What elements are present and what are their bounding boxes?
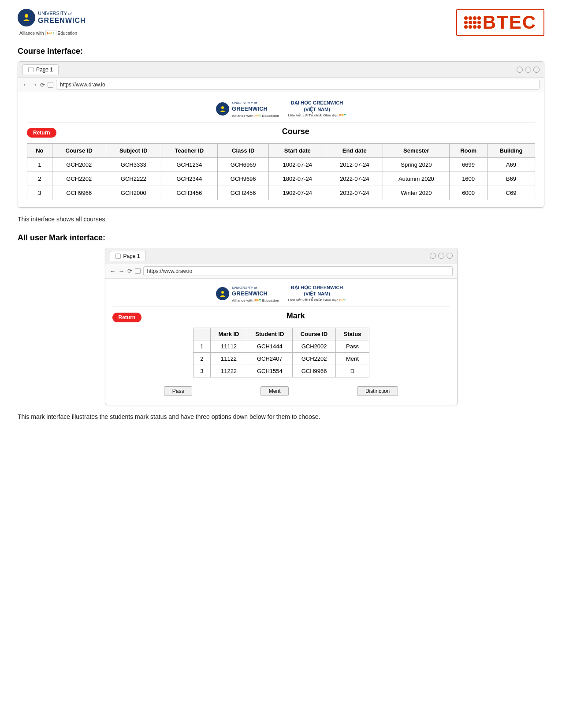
mark-inner-header: UNIVERSITY of GREENWICH Alliance with FP…: [112, 284, 450, 307]
table-cell: GCH6969: [217, 157, 269, 172]
mark-browser-mockup: Page 1 ← → ⟳ https://www.draw.io: [105, 248, 458, 406]
education-label: Education: [58, 31, 77, 36]
table-cell: A69: [487, 157, 535, 172]
table-cell: 1002-07-24: [269, 157, 326, 172]
mark-col-header: Mark ID: [211, 328, 247, 340]
greenwich-label: GREENWICH: [38, 16, 86, 25]
forward-arrow-icon[interactable]: →: [31, 81, 37, 88]
mark-filter-button[interactable]: Pass: [164, 386, 193, 396]
window-control-icon[interactable]: [430, 253, 436, 259]
mark-browser-tab[interactable]: Page 1: [110, 251, 146, 261]
mark-col-header: Course ID: [292, 328, 336, 340]
course-tab-label: Page 1: [36, 67, 53, 73]
table-cell: Winter 2020: [383, 186, 450, 200]
uni-text-block: UNIVERSITY of GREENWICH: [38, 11, 86, 25]
alliance-block: Alliance with F P T Education: [19, 30, 86, 36]
browser-window-controls: [430, 253, 453, 259]
fpt-t: T: [52, 31, 55, 35]
btec-logo: BTEC: [456, 9, 544, 36]
table-cell: 1802-07-24: [269, 172, 326, 186]
course-return-button[interactable]: Return: [27, 128, 56, 138]
course-address-bar[interactable]: https://www.draw.io: [56, 80, 540, 90]
window-control-icon[interactable]: [447, 253, 453, 259]
back-arrow-icon[interactable]: ←: [22, 81, 29, 88]
mark-table: Mark IDStudent IDCourse IDStatus 111112G…: [193, 328, 369, 377]
table-cell: GCH2456: [217, 186, 269, 200]
table-row: 211122GCH2407GCH2202Merit: [193, 353, 369, 365]
course-col-header: Room: [450, 143, 488, 157]
table-cell: C69: [487, 186, 535, 200]
inner-uni-text: UNIVERSITY of GREENWICH Alliance with FP…: [232, 99, 279, 119]
course-page-content: UNIVERSITY of GREENWICH Alliance with FP…: [18, 92, 544, 207]
table-cell: D: [336, 365, 369, 377]
course-page-title: Course: [56, 127, 535, 136]
window-control-icon[interactable]: [533, 67, 540, 73]
inner-vn-alliance-mark: Liên kết với Tổ chức Giáo dục FPT: [288, 298, 346, 302]
table-cell: 1902-07-24: [269, 186, 326, 200]
table-cell: GCH9966: [52, 186, 106, 200]
mark-browser-title-bar: Page 1: [105, 248, 457, 264]
course-col-header: Course ID: [52, 143, 106, 157]
course-col-header: Class ID: [217, 143, 269, 157]
table-cell: GCH3456: [161, 186, 217, 200]
table-row: 3GCH9966GCH2000GCH3456GCH24561902-07-242…: [27, 186, 535, 200]
table-cell: GCH1234: [161, 157, 217, 172]
mark-tab-label: Page 1: [123, 253, 140, 259]
table-cell: GCH9966: [292, 365, 336, 377]
inner-fpt-badge: FPT: [254, 114, 261, 118]
mark-filter-button[interactable]: Distinction: [357, 386, 398, 396]
inner-vn-text-mark: ĐẠI HỌC GREENWICH: [288, 284, 346, 291]
table-cell: Autumm 2020: [383, 172, 450, 186]
table-cell: Spring 2020: [383, 157, 450, 172]
svg-point-1: [221, 106, 224, 109]
mark-browser-nav-bar: ← → ⟳ https://www.draw.io: [105, 264, 457, 279]
table-cell: GCH9696: [217, 172, 269, 186]
table-cell: GCH2002: [292, 340, 336, 353]
table-cell: GCH2202: [292, 353, 336, 365]
table-cell: GCH2222: [106, 172, 161, 186]
table-cell: GCH1444: [247, 340, 293, 353]
mark-col-header: Status: [336, 328, 369, 340]
course-col-header: Subject ID: [106, 143, 161, 157]
page-header: UNIVERSITY of GREENWICH Alliance with F …: [18, 9, 544, 36]
window-control-icon[interactable]: [438, 253, 444, 259]
window-control-icon[interactable]: [525, 67, 531, 73]
browser-window-controls: [517, 67, 540, 73]
table-cell: Merit: [336, 353, 369, 365]
refresh-icon[interactable]: ⟳: [40, 82, 45, 88]
course-browser-tab[interactable]: Page 1: [22, 64, 59, 75]
table-row: 1GCH2002GCH3333GCH1234GCH69691002-07-242…: [27, 157, 535, 172]
inner-vn-subtitle-mark: (VIỆT NAM): [288, 291, 346, 297]
table-cell: GCH2202: [52, 172, 106, 186]
window-control-icon[interactable]: [517, 67, 523, 73]
tab-icon: [115, 254, 121, 259]
forward-arrow-icon[interactable]: →: [119, 268, 125, 275]
course-browser-title-bar: Page 1: [18, 62, 544, 78]
mark-return-button[interactable]: Return: [112, 313, 142, 322]
table-cell: Pass: [336, 340, 369, 353]
table-cell: 11122: [211, 353, 247, 365]
table-cell: 3: [27, 186, 52, 200]
inner-fpt-badge-mark: FPT: [254, 299, 261, 303]
back-arrow-icon[interactable]: ←: [110, 268, 116, 275]
refresh-icon[interactable]: ⟳: [127, 268, 132, 274]
course-browser-nav-bar: ← → ⟳ https://www.draw.io: [18, 78, 544, 92]
table-cell: 1: [27, 157, 52, 172]
table-cell: GCH2002: [52, 157, 106, 172]
inner-alliance-label: Alliance with FPT Education: [232, 114, 279, 118]
course-inner-header: UNIVERSITY of GREENWICH Alliance with FP…: [27, 99, 535, 123]
course-section-heading: Course interface:: [18, 47, 544, 56]
inner-crest-icon-mark: [216, 287, 229, 300]
table-cell: 2022-07-24: [326, 172, 383, 186]
mark-filter-button[interactable]: Merit: [261, 386, 289, 396]
svg-point-2: [221, 291, 224, 294]
mark-table-body: 111112GCH1444GCH2002Pass211122GCH2407GCH…: [193, 340, 369, 377]
inner-crest-icon: [216, 102, 229, 116]
mark-address-bar[interactable]: https://www.draw.io: [143, 266, 453, 276]
mark-page-content: UNIVERSITY of GREENWICH Alliance with FP…: [105, 279, 457, 405]
table-cell: 11222: [211, 365, 247, 377]
table-cell: 6000: [450, 186, 488, 200]
btec-label: BTEC: [483, 13, 536, 32]
university-logo: UNIVERSITY of GREENWICH: [18, 9, 86, 26]
table-row: 311222GCH1554GCH9966D: [193, 365, 369, 377]
